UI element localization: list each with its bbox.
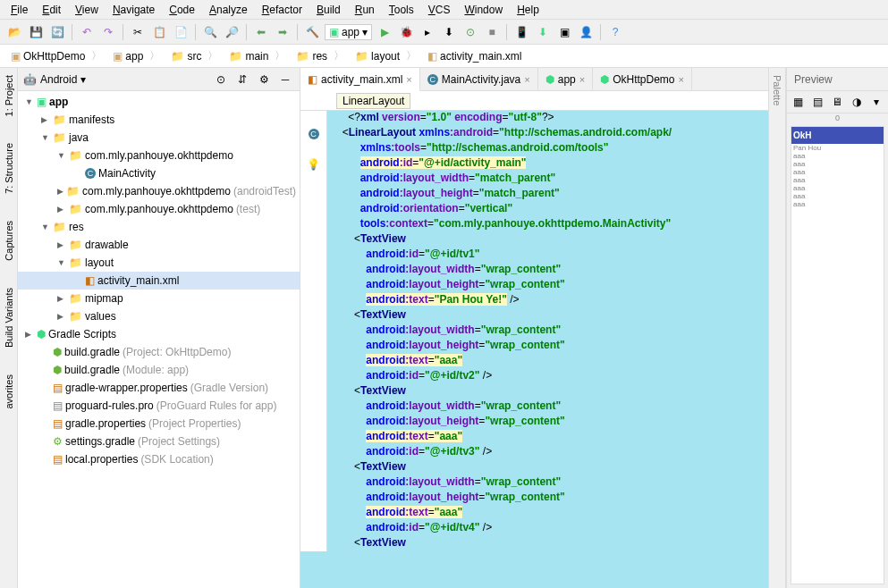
tab-activity-main-xml[interactable]: ◧ activity_main.xml ×: [300, 68, 420, 91]
find-icon[interactable]: 🔍: [201, 23, 219, 41]
class-gutter-icon[interactable]: C: [309, 129, 319, 139]
hide-icon[interactable]: ─: [276, 71, 294, 88]
tree-row-proguard-rules-pro[interactable]: ▤ proguard-rules.pro (ProGuard Rules for…: [18, 397, 300, 415]
tree-row-values[interactable]: ▶ 📁 values: [18, 307, 300, 325]
tree-row-manifests[interactable]: ▶ 📁 manifests: [18, 111, 300, 129]
dropdown-icon[interactable]: ▾: [80, 73, 86, 86]
menu-navigate[interactable]: Navigate: [106, 2, 162, 18]
tree-row-drawable[interactable]: ▶ 📁 drawable: [18, 236, 300, 254]
open-icon[interactable]: 📂: [5, 23, 23, 41]
tree-row-app[interactable]: ▼ ▣ app: [18, 93, 300, 111]
collapse-icon[interactable]: ⊙: [212, 71, 230, 88]
project-view-label[interactable]: Android: [40, 73, 77, 86]
design-icon[interactable]: ▦: [789, 93, 807, 111]
sync-icon[interactable]: 🔄: [48, 23, 66, 41]
tree-row-gradle-scripts[interactable]: ▶ ⬢ Gradle Scripts: [18, 325, 300, 343]
close-icon[interactable]: ×: [579, 74, 585, 85]
menu-view[interactable]: View: [68, 2, 106, 18]
menu-analyze[interactable]: Analyze: [202, 2, 255, 18]
blueprint-icon[interactable]: ▤: [808, 93, 826, 111]
tree-row-settings-gradle[interactable]: ⚙ settings.gradle (Project Settings): [18, 433, 300, 450]
replace-icon[interactable]: 🔎: [223, 23, 241, 41]
orientation-icon[interactable]: 🖥: [828, 93, 846, 111]
menu-edit[interactable]: Edit: [35, 2, 68, 18]
sdk-icon[interactable]: ⬇: [534, 23, 552, 41]
paste-icon[interactable]: 📄: [172, 23, 190, 41]
menu-run[interactable]: Run: [348, 2, 382, 18]
crumb-main[interactable]: 📁main: [224, 46, 291, 65]
crumb-res[interactable]: 📁res: [291, 46, 350, 65]
tree-row-mainactivity[interactable]: C MainActivity: [18, 164, 300, 182]
menu-code[interactable]: Code: [162, 2, 202, 18]
menu-tools[interactable]: Tools: [382, 2, 421, 18]
night-icon[interactable]: ◑: [848, 93, 866, 111]
tab-okhttpdemo[interactable]: ⬢ OkHttpDemo ×: [593, 68, 692, 90]
crumb-app[interactable]: ▣app: [107, 46, 165, 65]
stop-icon[interactable]: ■: [483, 23, 501, 41]
expand-icon[interactable]: ▼: [41, 223, 50, 231]
side-tab-buildvariants[interactable]: Build Variants: [4, 288, 14, 348]
profile-icon[interactable]: ⊙: [461, 23, 479, 41]
expand-icon[interactable]: ▶: [57, 294, 66, 303]
layout-inspector-icon[interactable]: ▣: [555, 23, 573, 41]
help-icon[interactable]: ?: [606, 23, 624, 41]
tree-row-mipmap[interactable]: ▶ 📁 mipmap: [18, 290, 300, 307]
palette-tab[interactable]: Palette: [772, 75, 782, 105]
tree-row-com-mly-panhouye-okhttpdemo[interactable]: ▼ 📁 com.mly.panhouye.okhttpdemo: [18, 147, 300, 164]
menu-build[interactable]: Build: [309, 2, 348, 18]
tree-row-java[interactable]: ▼ 📁 java: [18, 129, 300, 147]
expand-icon[interactable]: ▶: [25, 330, 34, 339]
tree-row-com-mly-panhouye-okhttpdemo[interactable]: ▶ 📁 com.mly.panhouye.okhttpdemo (android…: [18, 182, 300, 200]
expand-icon[interactable]: ▶: [57, 187, 63, 196]
close-icon[interactable]: ×: [679, 74, 684, 85]
menu-refactor[interactable]: Refactor: [255, 2, 309, 18]
close-icon[interactable]: ×: [524, 74, 529, 85]
attach-icon[interactable]: ⬇: [440, 23, 458, 41]
side-tab-project[interactable]: 1: Project: [4, 75, 14, 116]
editor-crumb-item[interactable]: LinearLayout: [336, 93, 410, 109]
crumb-OkHttpDemo[interactable]: ▣OkHttpDemo: [5, 46, 107, 65]
run-icon[interactable]: ▶: [376, 23, 393, 41]
undo-icon[interactable]: ↶: [78, 23, 96, 41]
side-tab-captures[interactable]: Captures: [4, 221, 14, 261]
close-icon[interactable]: ×: [406, 74, 411, 85]
lightbulb-icon[interactable]: 💡: [307, 158, 320, 171]
tree-row-gradle-wrapper-properties[interactable]: ▤ gradle-wrapper.properties (Gradle Vers…: [18, 379, 300, 397]
gear-icon[interactable]: ⚙: [255, 71, 273, 88]
expand-icon[interactable]: ▶: [41, 115, 50, 124]
preview-canvas[interactable]: OkHPan Houaaaaaaaaaaaaaaaaaaaaa: [791, 126, 884, 584]
tree-row-build-gradle[interactable]: ⬢ build.gradle (Module: app): [18, 361, 300, 379]
settings-icon[interactable]: ⇵: [233, 71, 251, 88]
run-config-combo[interactable]: ▣ app ▾: [325, 24, 372, 40]
tab-mainactivity-java[interactable]: C MainActivity.java ×: [420, 68, 538, 90]
side-tab-structure[interactable]: 7: Structure: [4, 143, 14, 194]
run-coverage-icon[interactable]: ▸: [419, 23, 436, 41]
tree-row-build-gradle[interactable]: ⬢ build.gradle (Project: OkHttpDemo): [18, 343, 300, 361]
redo-icon[interactable]: ↷: [99, 23, 117, 41]
forward-icon[interactable]: ➡: [274, 23, 292, 41]
expand-icon[interactable]: ▶: [57, 312, 66, 321]
menu-vcs[interactable]: VCS: [421, 2, 458, 18]
avd-icon[interactable]: 📱: [512, 23, 530, 41]
crumb-layout[interactable]: 📁layout: [350, 46, 422, 65]
resource-manager-icon[interactable]: 👤: [577, 23, 595, 41]
debug-icon[interactable]: 🐞: [397, 23, 415, 41]
tab-app[interactable]: ⬢ app ×: [538, 68, 593, 90]
expand-icon[interactable]: ▼: [57, 258, 66, 267]
back-icon[interactable]: ⬅: [252, 23, 270, 41]
side-tab-avorites[interactable]: avorites: [4, 374, 14, 409]
expand-icon[interactable]: ▼: [41, 133, 50, 142]
cut-icon[interactable]: ✂: [129, 23, 147, 41]
code-editor[interactable]: <?xml version="1.0" encoding="utf-8"?>C …: [300, 111, 768, 588]
tree-row-res[interactable]: ▼ 📁 res: [18, 218, 300, 236]
expand-icon[interactable]: ▼: [57, 151, 66, 160]
device-icon[interactable]: ▾: [867, 93, 885, 111]
tree-row-local-properties[interactable]: ▤ local.properties (SDK Location): [18, 450, 300, 468]
tree-row-activity-main-xml[interactable]: ◧ activity_main.xml: [18, 272, 300, 290]
menu-file[interactable]: File: [4, 2, 35, 18]
crumb-src[interactable]: 📁src: [165, 46, 224, 65]
tree-row-gradle-properties[interactable]: ▤ gradle.properties (Project Properties): [18, 415, 300, 433]
menu-help[interactable]: Help: [510, 2, 546, 18]
copy-icon[interactable]: 📋: [150, 23, 168, 41]
menu-window[interactable]: Window: [457, 2, 510, 18]
